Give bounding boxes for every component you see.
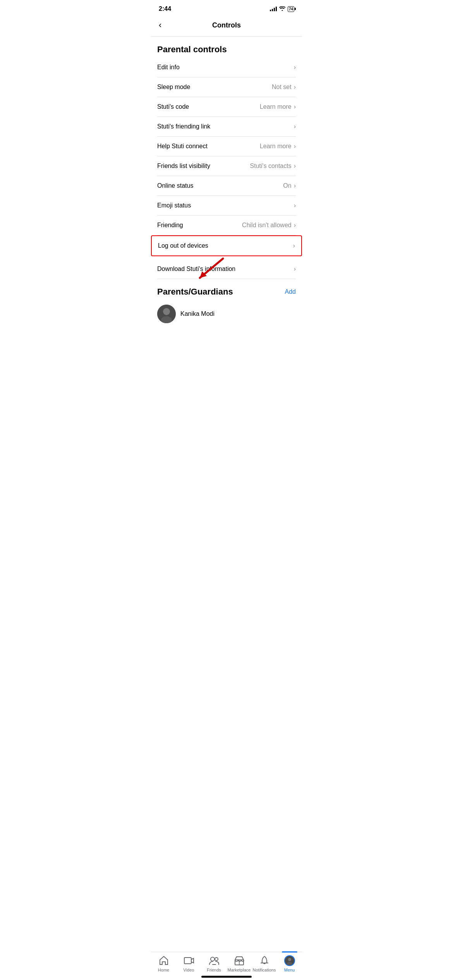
- menu-item-right: ›: [294, 64, 296, 71]
- svg-point-1: [163, 308, 170, 315]
- menu-item-label: Help Stuti connect: [157, 143, 208, 150]
- menu-item-help-stuti-connect[interactable]: Help Stuti connect Learn more ›: [157, 137, 296, 156]
- menu-item-sleep-mode[interactable]: Sleep mode Not set ›: [157, 77, 296, 97]
- menu-item-label: Stuti's friending link: [157, 123, 210, 130]
- status-time: 2:44: [159, 5, 171, 12]
- chevron-right-icon: ›: [294, 222, 296, 229]
- menu-item-label: Download Stuti's information: [157, 266, 235, 272]
- menu-item-value: Stuti's contacts: [250, 163, 292, 170]
- chevron-right-icon: ›: [294, 143, 296, 150]
- wifi-icon: [279, 6, 285, 12]
- chevron-right-icon: ›: [293, 242, 295, 249]
- chevron-right-icon: ›: [294, 182, 296, 189]
- menu-item-value: Learn more: [260, 103, 292, 110]
- menu-item-stutis-code[interactable]: Stuti's code Learn more ›: [157, 97, 296, 117]
- chevron-right-icon: ›: [294, 202, 296, 209]
- chevron-right-icon: ›: [294, 123, 296, 130]
- avatar: [157, 305, 176, 323]
- menu-item-right: Not set ›: [272, 84, 296, 91]
- battery-icon: 74: [288, 6, 294, 12]
- status-icons: 74: [270, 6, 294, 12]
- menu-item-edit-info[interactable]: Edit info ›: [157, 58, 296, 77]
- menu-item-label: Sleep mode: [157, 84, 190, 91]
- menu-item-value: Child isn't allowed: [242, 222, 292, 229]
- page-title: Controls: [212, 21, 241, 29]
- menu-item-friending[interactable]: Friending Child isn't allowed ›: [157, 216, 296, 235]
- log-out-wrapper: Log out of devices ›: [157, 235, 296, 256]
- menu-item-right: ›: [294, 202, 296, 209]
- menu-item-right: Child isn't allowed ›: [242, 222, 296, 229]
- menu-item-label: Edit info: [157, 64, 180, 71]
- page-header: ‹ Controls: [151, 15, 302, 36]
- menu-item-label: Friends list visibility: [157, 163, 210, 170]
- menu-item-log-out-devices[interactable]: Log out of devices ›: [151, 235, 302, 256]
- add-guardian-button[interactable]: Add: [285, 288, 296, 295]
- parents-guardians-header: Parents/Guardians Add: [157, 279, 296, 302]
- menu-item-value: Not set: [272, 84, 292, 91]
- menu-item-value: On: [283, 182, 291, 189]
- menu-item-stutis-friending-link[interactable]: Stuti's friending link ›: [157, 117, 296, 137]
- menu-item-label: Log out of devices: [158, 242, 208, 249]
- parents-guardians-title: Parents/Guardians: [157, 287, 233, 297]
- menu-item-right: Stuti's contacts ›: [250, 163, 296, 170]
- menu-item-right: Learn more ›: [260, 143, 296, 150]
- menu-item-emoji-status[interactable]: Emoji status ›: [157, 196, 296, 216]
- chevron-right-icon: ›: [294, 103, 296, 110]
- menu-item-label: Friending: [157, 222, 183, 229]
- chevron-right-icon: ›: [294, 163, 296, 170]
- menu-item-online-status[interactable]: Online status On ›: [157, 176, 296, 196]
- back-button[interactable]: ‹: [157, 19, 163, 32]
- status-bar: 2:44 74: [151, 0, 302, 15]
- main-content: Parental controls Edit info › Sleep mode…: [151, 37, 302, 373]
- menu-item-right: ›: [294, 266, 296, 272]
- menu-item-right: On ›: [283, 182, 296, 189]
- menu-item-friends-list-visibility[interactable]: Friends list visibility Stuti's contacts…: [157, 156, 296, 176]
- chevron-right-icon: ›: [294, 266, 296, 272]
- chevron-right-icon: ›: [294, 64, 296, 71]
- menu-item-right: Learn more ›: [260, 103, 296, 110]
- menu-item-label: Stuti's code: [157, 103, 189, 110]
- menu-item-value: Learn more: [260, 143, 292, 150]
- menu-item-right: ›: [293, 242, 295, 249]
- guardian-name: Kanika Modi: [180, 310, 214, 317]
- menu-item-label: Emoji status: [157, 202, 191, 209]
- parental-controls-title: Parental controls: [157, 37, 296, 58]
- guardian-item: Kanika Modi: [157, 302, 296, 326]
- menu-item-right: ›: [294, 123, 296, 130]
- signal-icon: [270, 7, 277, 11]
- menu-item-label: Online status: [157, 182, 193, 189]
- chevron-right-icon: ›: [294, 84, 296, 91]
- menu-item-download-info[interactable]: Download Stuti's information ›: [157, 259, 296, 279]
